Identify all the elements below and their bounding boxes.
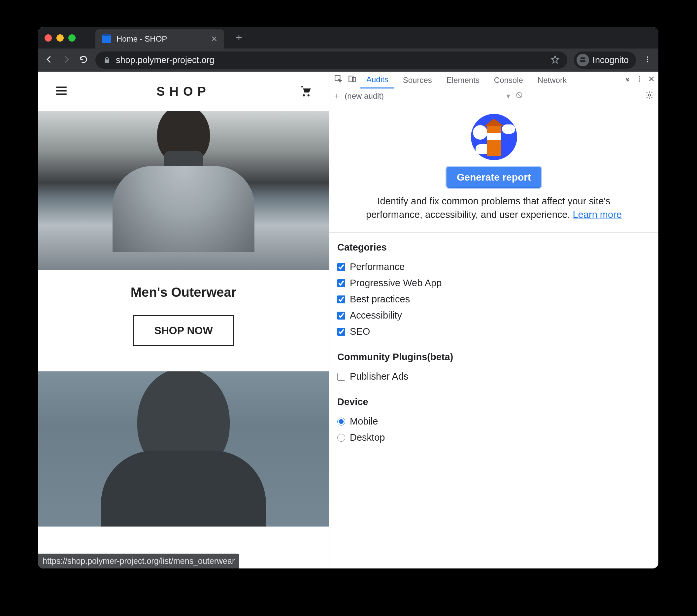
svg-point-10: [639, 76, 640, 77]
svg-point-1: [583, 60, 585, 62]
reload-button[interactable]: [78, 55, 89, 65]
option-publisher-ads[interactable]: Publisher Ads: [337, 368, 651, 385]
devtools-close-icon[interactable]: [648, 75, 655, 85]
hero-image-1: [38, 111, 329, 270]
tab-audits[interactable]: Audits: [360, 71, 395, 88]
device-section: Device Mobile Desktop: [329, 387, 658, 448]
maximize-window-button[interactable]: [68, 34, 76, 42]
browser-window: Home - SHOP ✕ + shop.polymer-project.org: [38, 27, 658, 569]
tab-console[interactable]: Console: [488, 72, 529, 88]
minimize-window-button[interactable]: [56, 34, 64, 42]
radio-desktop[interactable]: [337, 434, 345, 442]
back-button[interactable]: [44, 55, 55, 65]
categories-section: Categories Performance Progressive Web A…: [329, 233, 658, 342]
checkbox-performance[interactable]: [337, 263, 345, 271]
option-mobile[interactable]: Mobile: [337, 413, 651, 429]
categories-heading: Categories: [337, 242, 651, 253]
browser-toolbar: shop.polymer-project.org Incognito: [38, 48, 658, 72]
svg-point-5: [303, 94, 305, 97]
inspect-element-icon[interactable]: [333, 75, 344, 85]
tab-sources[interactable]: Sources: [397, 72, 438, 88]
option-seo[interactable]: SEO: [337, 323, 651, 340]
svg-point-6: [308, 94, 310, 97]
tab-favicon-icon: [102, 35, 111, 43]
site-header: SHOP: [38, 72, 329, 111]
checkbox-pwa[interactable]: [337, 279, 345, 287]
plugins-heading: Community Plugins(beta): [337, 352, 651, 363]
tab-strip: Home - SHOP ✕ +: [38, 27, 658, 48]
devtools-tabs: Audits Sources Elements Console Network: [329, 72, 658, 88]
audits-body: Generate report Identify and fix common …: [329, 104, 658, 569]
category-title: Men's Outerwear: [38, 285, 329, 300]
audits-settings-icon[interactable]: [645, 91, 654, 101]
new-audit-button[interactable]: +: [334, 91, 339, 101]
audits-subbar: + (new audit) ▾: [329, 88, 658, 104]
checkbox-best[interactable]: [337, 295, 345, 303]
url-text: shop.polymer-project.org: [116, 55, 546, 65]
svg-point-11: [639, 78, 640, 79]
shop-now-button[interactable]: SHOP NOW: [133, 315, 234, 346]
device-heading: Device: [337, 396, 651, 407]
incognito-indicator[interactable]: Incognito: [574, 52, 636, 69]
incognito-label: Incognito: [592, 55, 629, 65]
close-window-button[interactable]: [45, 34, 52, 42]
audit-hero: Generate report Identify and fix common …: [329, 104, 658, 233]
browser-menu-button[interactable]: [642, 56, 652, 65]
svg-point-14: [649, 94, 651, 96]
link-status-bar: https://shop.polymer-project.org/list/me…: [38, 554, 239, 569]
plugins-section: Community Plugins(beta) Publisher Ads: [329, 342, 658, 387]
option-pwa[interactable]: Progressive Web App: [337, 275, 651, 291]
category-block: Men's Outerwear SHOP NOW: [38, 270, 329, 371]
audit-description: Identify and fix common problems that af…: [336, 194, 652, 221]
window-controls: [45, 34, 76, 42]
radio-mobile[interactable]: [337, 417, 345, 426]
audit-dropdown-icon[interactable]: ▾: [506, 91, 510, 101]
option-desktop[interactable]: Desktop: [337, 429, 651, 446]
device-toolbar-icon[interactable]: [346, 75, 358, 85]
option-performance[interactable]: Performance: [337, 259, 651, 275]
svg-point-4: [647, 61, 648, 62]
cart-icon[interactable]: [299, 84, 313, 99]
learn-more-link[interactable]: Learn more: [573, 209, 622, 220]
devtools-menu-icon[interactable]: [636, 75, 643, 85]
svg-point-12: [639, 80, 640, 82]
forward-button[interactable]: [61, 55, 72, 65]
svg-point-3: [647, 59, 648, 60]
option-best-practices[interactable]: Best practices: [337, 291, 651, 307]
checkbox-publisher-ads[interactable]: [337, 373, 345, 381]
tab-elements[interactable]: Elements: [441, 72, 486, 88]
hero-image-2: [38, 371, 329, 527]
incognito-icon: [577, 54, 589, 67]
site-logo[interactable]: SHOP: [157, 85, 210, 99]
option-accessibility[interactable]: Accessibility: [337, 307, 651, 323]
close-tab-button[interactable]: ✕: [211, 34, 218, 44]
clear-audits-icon[interactable]: [516, 91, 523, 101]
lock-icon: [103, 57, 110, 64]
bookmark-star-icon[interactable]: [551, 55, 559, 65]
new-tab-button[interactable]: +: [234, 33, 244, 43]
devtools-panel: Audits Sources Elements Console Network …: [329, 72, 658, 569]
audit-name[interactable]: (new audit): [344, 91, 384, 101]
svg-point-2: [647, 57, 648, 58]
address-bar[interactable]: shop.polymer-project.org: [95, 52, 567, 69]
page-viewport[interactable]: SHOP Men's Outerwear SHOP NOW https://sh…: [38, 72, 329, 569]
checkbox-a11y[interactable]: [337, 312, 345, 320]
checkbox-seo[interactable]: [337, 328, 345, 336]
browser-tab[interactable]: Home - SHOP ✕: [95, 29, 224, 48]
svg-point-0: [580, 60, 583, 62]
lighthouse-icon: [471, 114, 517, 160]
generate-report-button[interactable]: Generate report: [446, 167, 541, 188]
menu-icon[interactable]: [55, 84, 68, 99]
more-tabs-icon[interactable]: [624, 75, 631, 85]
tab-network[interactable]: Network: [532, 72, 573, 88]
tab-title: Home - SHOP: [117, 34, 206, 44]
